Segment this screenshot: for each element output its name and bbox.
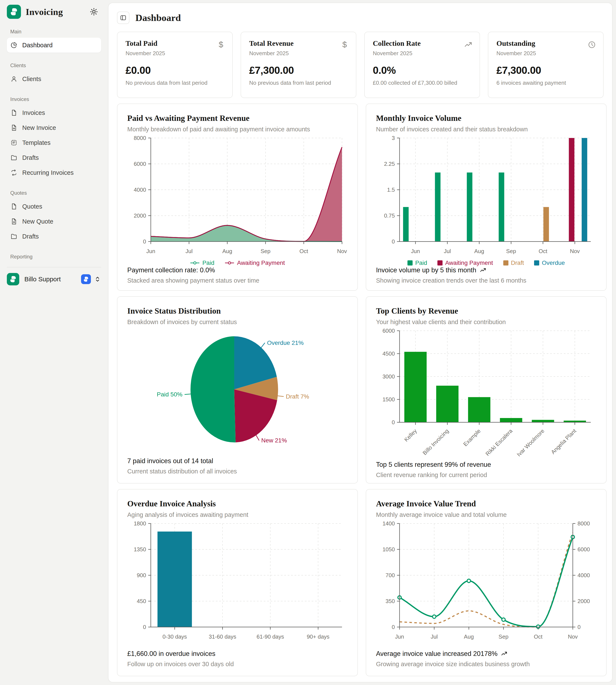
svg-text:1050: 1050: [382, 546, 395, 553]
svg-text:8000: 8000: [134, 135, 146, 141]
pie-chart: Overdue 21%Draft 7%New 21%Paid 50%: [127, 327, 348, 455]
svg-text:2000: 2000: [134, 213, 146, 219]
sidebar-section-clients: Clients: [10, 63, 101, 68]
svg-text:700: 700: [386, 572, 395, 578]
sidebar-item-quote-drafts[interactable]: Drafts: [7, 229, 101, 244]
svg-text:61-90 days: 61-90 days: [257, 634, 284, 640]
template-icon: [10, 139, 18, 146]
charts-grid: Paid vs Awaiting Payment Revenue Monthly…: [117, 104, 603, 676]
sidebar-item-quotes[interactable]: Quotes: [7, 199, 101, 214]
svg-text:Oct: Oct: [534, 634, 543, 640]
trend-up-icon: [480, 267, 486, 273]
svg-text:6000: 6000: [382, 328, 395, 334]
legend-item: Awaiting Payment: [437, 260, 493, 266]
sidebar-item-dashboard[interactable]: Dashboard: [7, 38, 101, 52]
billo-leaf-icon: [7, 5, 21, 19]
bar-chart: 0450900135018000-30 days31-60 days61-90 …: [127, 520, 348, 645]
svg-text:Aug: Aug: [474, 248, 484, 255]
stat-card-collection-rate: Collection Rate November 2025 0.0% £0.00…: [364, 32, 480, 98]
svg-text:New 21%: New 21%: [261, 437, 287, 444]
sidebar-item-recurring-invoices[interactable]: Recurring Invoices: [7, 165, 101, 180]
stat-value: £0.00: [126, 64, 224, 76]
svg-text:0: 0: [143, 624, 146, 630]
divider: [7, 267, 101, 267]
stat-value: £7,300.00: [249, 64, 348, 76]
svg-text:900: 900: [137, 572, 146, 578]
svg-text:Oct: Oct: [300, 248, 308, 255]
sidebar-item-templates[interactable]: Templates: [7, 135, 101, 150]
svg-text:3: 3: [392, 135, 395, 141]
svg-text:4000: 4000: [134, 186, 146, 193]
svg-text:8000: 8000: [577, 520, 590, 527]
sidebar-item-invoices[interactable]: Invoices: [7, 105, 101, 120]
svg-text:Nov: Nov: [568, 634, 578, 640]
bar-chart: 01500300045006000KelleyBillo InvoicingEx…: [376, 327, 596, 461]
chart-card-overdue-analysis: Overdue Invoice Analysis Aging analysis …: [117, 489, 358, 676]
page-title: Dashboard: [135, 12, 181, 23]
svg-text:0: 0: [143, 238, 146, 245]
chart-legend: PaidAwaiting PaymentDraftOverdue: [376, 260, 596, 266]
trend-up-icon: [464, 41, 472, 49]
sidebar-toggle-button[interactable]: [117, 12, 129, 24]
sidebar-item-drafts[interactable]: Drafts: [7, 150, 101, 165]
sidebar-item-new-quote[interactable]: New Quote: [7, 214, 101, 229]
avatar: [7, 273, 19, 285]
sun-icon[interactable]: [89, 7, 98, 17]
svg-text:3000: 3000: [382, 373, 395, 380]
svg-text:Aug: Aug: [464, 634, 474, 640]
svg-text:0-30 days: 0-30 days: [162, 634, 187, 640]
folder-icon: [10, 154, 18, 161]
main-panel: Dashboard Total Paid November 2025 £0.00…: [108, 3, 613, 682]
chart-card-avg-invoice-value: Average Invoice Value Trend Monthly aver…: [366, 489, 607, 676]
svg-text:350: 350: [386, 598, 395, 604]
billo-leaf-icon: [81, 274, 91, 284]
repeat-icon: [10, 169, 18, 176]
folder-icon: [10, 233, 18, 240]
svg-text:31-60 days: 31-60 days: [209, 634, 236, 640]
stats-grid: Total Paid November 2025 £0.00 No previo…: [117, 32, 603, 98]
legend-item: Draft: [503, 260, 524, 266]
chart-legend: PaidAwaiting Payment: [127, 260, 348, 266]
svg-text:Jul: Jul: [185, 248, 193, 255]
file-icon: [10, 203, 18, 210]
sidebar-item-clients[interactable]: Clients: [7, 71, 101, 86]
svg-text:90+ days: 90+ days: [307, 634, 329, 640]
stat-value: £7,300.00: [497, 64, 595, 76]
svg-text:Rikki Escalera: Rikki Escalera: [484, 428, 514, 457]
svg-text:6000: 6000: [134, 161, 146, 167]
svg-text:Nov: Nov: [570, 248, 580, 255]
clock-icon: [588, 41, 596, 49]
file-plus-icon: [10, 218, 18, 225]
page-header: Dashboard: [117, 12, 603, 24]
svg-text:Overdue 21%: Overdue 21%: [267, 339, 304, 346]
user-icon: [10, 75, 18, 83]
user-switcher[interactable]: Billo Support: [7, 273, 101, 285]
svg-text:Jul: Jul: [444, 248, 451, 255]
legend-item: Overdue: [534, 260, 565, 266]
grouped-bar-chart: 00.751.52.253JunJulAugSepOctNov: [376, 135, 596, 260]
svg-text:Paid 50%: Paid 50%: [157, 391, 182, 398]
file-plus-icon: [10, 124, 18, 131]
svg-text:0: 0: [392, 238, 395, 245]
svg-text:Billo Invoicing: Billo Invoicing: [421, 428, 450, 456]
svg-text:0: 0: [577, 624, 580, 630]
svg-text:4500: 4500: [382, 350, 395, 357]
dollar-icon: $: [340, 41, 349, 49]
stat-card-total-revenue: Total Revenue November 2025 £7,300.00 No…: [241, 32, 356, 98]
svg-text:Kelley: Kelley: [403, 428, 418, 443]
svg-text:6000: 6000: [577, 546, 590, 553]
chart-card-monthly-invoice-volume: Monthly Invoice Volume Number of invoice…: [366, 104, 607, 291]
svg-text:1350: 1350: [134, 546, 146, 553]
svg-text:Jun: Jun: [411, 248, 420, 255]
svg-text:Jun: Jun: [146, 248, 155, 255]
svg-text:Sep: Sep: [506, 248, 516, 255]
sidebar-section-quotes: Quotes: [10, 190, 101, 196]
sidebar-item-new-invoice[interactable]: New Invoice: [7, 120, 101, 135]
dual-line-chart: 03507001050140002000400060008000JunJulAu…: [376, 520, 596, 645]
svg-text:Oct: Oct: [538, 248, 547, 255]
area-chart: 02000400060008000JunJulAugSepOctNov: [127, 135, 348, 260]
dollar-icon: $: [217, 41, 225, 49]
svg-text:0: 0: [392, 624, 395, 630]
svg-text:0: 0: [392, 419, 395, 425]
svg-text:2000: 2000: [577, 598, 590, 604]
